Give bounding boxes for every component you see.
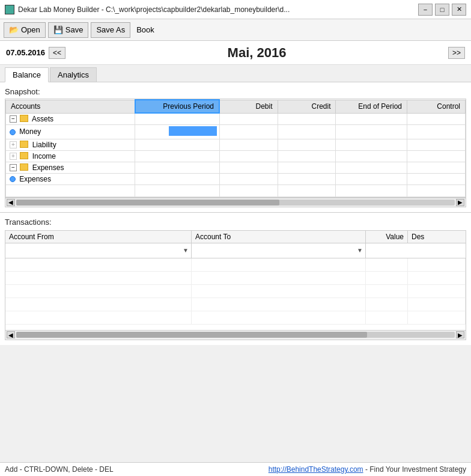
window-title: Dekar Lab Money Builder - C:\_work\proje… — [18, 5, 290, 14]
tx-des-cell — [408, 298, 466, 311]
tx-scroll-thumb[interactable] — [16, 332, 367, 338]
tx-from-cell — [5, 285, 192, 298]
current-date: 07.05.2016 — [6, 48, 45, 57]
tx-val-cell — [366, 285, 408, 298]
main-content: Snapshot: Accounts Previous Period Debit… — [0, 82, 471, 212]
snapshot-table: Accounts Previous Period Debit Credit En… — [5, 99, 466, 197]
transactions-label: Transactions: — [5, 218, 466, 227]
end-period-cell — [336, 113, 407, 124]
col-des-header: Des — [408, 231, 466, 243]
strategy-link[interactable]: http://BehindTheStrategy.com — [269, 465, 363, 474]
col-header-control: Control — [407, 100, 466, 113]
scroll-track[interactable] — [16, 200, 455, 206]
tx-to-cell — [192, 298, 366, 311]
table-row: − Assets — [6, 113, 466, 124]
debit-cell — [219, 113, 278, 124]
toolbar: 📂 Open 💾 Save Save As Book — [0, 19, 471, 41]
col-from-header: Account From — [5, 231, 192, 243]
control-cell — [407, 162, 466, 173]
open-label: Open — [21, 25, 40, 34]
folder-icon — [20, 115, 28, 122]
tx-val-cell — [366, 298, 408, 311]
credit-cell — [278, 139, 336, 150]
transactions-section: Transactions: Account From Account To Va… — [0, 212, 471, 345]
tx-row — [5, 272, 466, 285]
tx-from-cell — [5, 311, 192, 325]
table-row: − Expenses — [6, 162, 466, 173]
credit-cell — [278, 124, 336, 139]
credit-cell — [278, 173, 336, 185]
saveas-button[interactable]: Save As — [91, 22, 130, 38]
save-icon: 💾 — [53, 25, 63, 34]
tx-to-cell — [192, 272, 366, 285]
debit-cell — [219, 173, 278, 185]
transactions-scrollbar[interactable]: ◀ ▶ — [5, 331, 466, 340]
col-value-header: Value — [366, 231, 408, 243]
tx-val-cell — [366, 311, 408, 325]
expand-icon[interactable]: − — [10, 115, 17, 123]
tab-analytics[interactable]: Analytics — [50, 67, 97, 82]
control-cell — [407, 173, 466, 185]
prev-period-cell — [135, 173, 219, 185]
table-row: Money — [6, 124, 466, 139]
account-name: Liability — [32, 141, 56, 149]
period-label: Mai, 2016 — [228, 45, 287, 61]
debit-cell — [219, 124, 278, 139]
col-header-accounts: Accounts — [6, 100, 135, 113]
scroll-thumb[interactable] — [16, 200, 279, 206]
debit-cell — [219, 150, 278, 162]
control-cell — [407, 124, 466, 139]
tx-scroll-track[interactable] — [16, 332, 455, 338]
open-button[interactable]: 📂 Open — [4, 22, 46, 38]
snapshot-scrollbar[interactable]: ◀ ▶ — [5, 198, 466, 207]
tx-row — [5, 311, 466, 325]
tx-val-cell — [366, 258, 408, 272]
folder-icon — [20, 152, 28, 159]
dot-icon — [10, 129, 16, 135]
strategy-tagline: - Find Your Investment Strategy — [363, 465, 466, 474]
scroll-right-icon[interactable]: ▶ — [456, 199, 464, 206]
col-to-header: Account To — [192, 231, 366, 243]
next-period-button[interactable]: >> — [448, 47, 465, 59]
col-header-debit: Debit — [219, 100, 278, 113]
table-row: + Income — [6, 150, 466, 162]
tx-des-cell — [408, 272, 466, 285]
tab-bar: Balance Analytics — [0, 65, 471, 82]
scroll-left-icon[interactable]: ◀ — [7, 199, 15, 206]
save-button[interactable]: 💾 Save — [48, 22, 89, 38]
expand-icon[interactable]: + — [10, 141, 17, 148]
expand-icon[interactable]: + — [10, 153, 17, 160]
prev-period-button[interactable]: << — [49, 47, 65, 59]
account-name: Expenses — [32, 163, 64, 172]
tx-from-cell — [5, 272, 192, 285]
status-bar: Add - CTRL-DOWN, Delete - DEL http://Beh… — [0, 462, 471, 476]
dropdown-arrow-icon: ▼ — [357, 247, 363, 254]
transactions-dropdown-row: ▼ ▼ — [5, 243, 466, 258]
cell-blue-value — [169, 126, 217, 136]
folder-icon — [20, 141, 28, 148]
account-name: Assets — [32, 115, 53, 123]
prev-period-cell — [135, 139, 219, 150]
tx-row — [5, 298, 466, 311]
prev-period-cell[interactable] — [135, 124, 219, 139]
book-label[interactable]: Book — [133, 23, 158, 36]
account-from-dropdown[interactable]: ▼ — [5, 243, 192, 258]
end-period-cell — [336, 124, 407, 139]
status-hint: Add - CTRL-DOWN, Delete - DEL — [5, 465, 114, 474]
end-period-cell — [336, 139, 407, 150]
close-button[interactable]: ✕ — [452, 4, 466, 16]
scroll-right-icon[interactable]: ▶ — [456, 331, 464, 338]
tab-balance[interactable]: Balance — [5, 67, 49, 82]
folder-icon — [20, 163, 28, 171]
open-icon: 📂 — [9, 25, 19, 34]
maximize-button[interactable]: □ — [435, 4, 449, 16]
expand-icon[interactable]: − — [10, 164, 17, 171]
account-to-dropdown[interactable]: ▼ — [192, 243, 366, 258]
snapshot-table-wrapper: Accounts Previous Period Debit Credit En… — [5, 99, 466, 198]
tx-from-cell — [5, 298, 192, 311]
dropdown-arrow-icon: ▼ — [183, 247, 189, 254]
tx-to-cell — [192, 311, 366, 325]
minimize-button[interactable]: − — [418, 4, 433, 16]
scroll-left-icon[interactable]: ◀ — [7, 331, 15, 338]
tx-rest — [366, 243, 466, 258]
